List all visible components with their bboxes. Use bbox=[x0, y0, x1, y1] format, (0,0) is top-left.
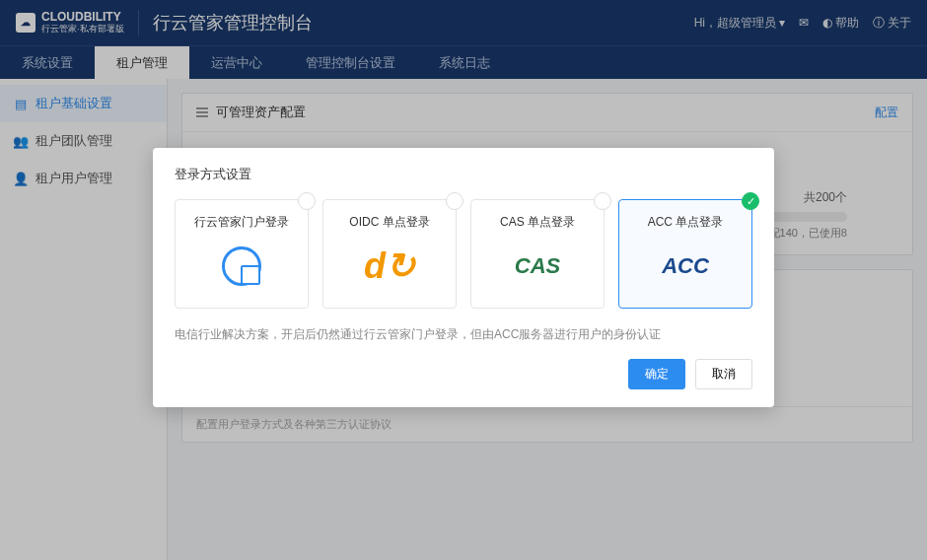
modal-overlay: 登录方式设置 行云管家门户登录OIDC 单点登录d↻CAS 单点登录CASACC… bbox=[0, 0, 927, 560]
cas-icon: CAS bbox=[515, 253, 560, 279]
card-label: ACC 单点登录 bbox=[627, 214, 744, 231]
login-method-modal: 登录方式设置 行云管家门户登录OIDC 单点登录d↻CAS 单点登录CASACC… bbox=[153, 148, 774, 407]
modal-title: 登录方式设置 bbox=[175, 166, 752, 183]
login-card-0[interactable]: 行云管家门户登录 bbox=[175, 199, 309, 309]
radio-icon bbox=[446, 192, 464, 210]
cancel-button[interactable]: 取消 bbox=[695, 359, 752, 389]
ok-button[interactable]: 确定 bbox=[628, 359, 685, 389]
radio-icon bbox=[742, 192, 759, 210]
card-label: CAS 单点登录 bbox=[479, 214, 596, 231]
login-method-cards: 行云管家门户登录OIDC 单点登录d↻CAS 单点登录CASACC 单点登录AC… bbox=[175, 199, 752, 309]
login-card-2[interactable]: CAS 单点登录CAS bbox=[470, 199, 605, 309]
radio-icon bbox=[298, 192, 316, 210]
oidc-icon: d↻ bbox=[364, 245, 415, 287]
globe-icon bbox=[222, 246, 261, 286]
login-card-1[interactable]: OIDC 单点登录d↻ bbox=[322, 199, 457, 309]
login-card-3[interactable]: ACC 单点登录ACC bbox=[618, 199, 752, 309]
acc-icon: ACC bbox=[662, 253, 709, 279]
radio-icon bbox=[594, 192, 611, 210]
modal-description: 电信行业解决方案，开启后仍然通过行云管家门户登录，但由ACC服务器进行用户的身份… bbox=[175, 326, 752, 343]
card-label: OIDC 单点登录 bbox=[331, 214, 448, 231]
card-label: 行云管家门户登录 bbox=[183, 214, 300, 231]
